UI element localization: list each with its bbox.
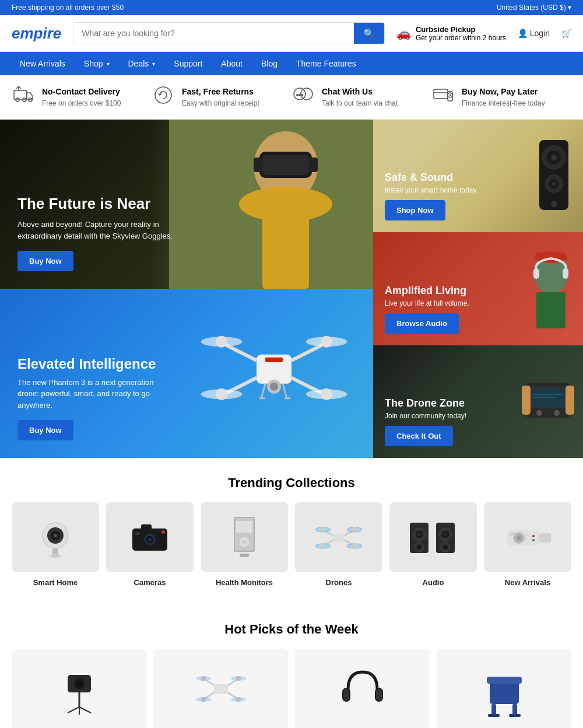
collection-drones[interactable]: Drones — [295, 502, 382, 587]
audio-image — [389, 502, 477, 572]
region-selector[interactable]: United States (USD $) ▾ — [497, 4, 571, 12]
login-button[interactable]: 👤 Login — [518, 29, 550, 38]
feature-pay: Buy Now, Pay Later Finance interest-free… — [431, 85, 571, 110]
svg-point-76 — [148, 538, 152, 541]
logo[interactable]: empire — [12, 24, 61, 43]
nav-item-deals[interactable]: Deals ▾ — [120, 52, 164, 75]
hot-pick-3[interactable] — [295, 649, 430, 728]
hot-pick-2[interactable] — [153, 649, 288, 728]
returns-subtitle: Easy with original receipt — [182, 99, 259, 107]
svg-rect-11 — [434, 89, 448, 99]
svg-point-138 — [201, 697, 206, 702]
hero-vr-title: The Future is Near — [17, 195, 181, 213]
curbside-text: Curbside Pickup Get your order within 2 … — [416, 25, 506, 42]
hot-picks-grid — [0, 649, 583, 728]
hot-pick-4[interactable] — [437, 649, 571, 728]
search-input[interactable] — [73, 23, 354, 44]
nav-item-about[interactable]: About — [213, 52, 251, 75]
collection-audio[interactable]: Audio — [389, 502, 477, 587]
cart-button[interactable]: 🛒 — [561, 29, 571, 38]
nav-label-deals: Deals — [128, 59, 149, 68]
hero-grid: The Future is Near Above and beyond! Cap… — [0, 120, 583, 458]
svg-rect-142 — [343, 689, 349, 701]
pay-icon — [431, 85, 455, 110]
promo2-cta[interactable]: Browse Audio — [385, 313, 459, 334]
nav-item-support[interactable]: Support — [166, 52, 210, 75]
svg-rect-143 — [376, 689, 382, 701]
svg-point-71 — [50, 554, 61, 558]
promo1-cta[interactable]: Shop Now — [385, 200, 445, 220]
curbside-pickup: 🚗 Curbside Pickup Get your order within … — [396, 25, 506, 42]
hero-vr: The Future is Near Above and beyond! Cap… — [0, 120, 373, 289]
new-arrivals-image — [484, 502, 571, 572]
search-bar: 🔍 — [73, 22, 385, 44]
svg-point-84 — [241, 539, 247, 545]
hero-drone-content: Elevated Intelligence The new Phantom 3 … — [17, 356, 169, 441]
drone-controller-image — [519, 365, 577, 438]
collection-health[interactable]: Health Monitors — [201, 502, 288, 587]
nav-item-blog[interactable]: Blog — [253, 52, 286, 75]
cart-icon: 🛒 — [561, 29, 571, 38]
hero-drone-cta[interactable]: Buy Now — [17, 420, 73, 440]
search-button[interactable]: 🔍 — [354, 23, 384, 44]
speaker-image — [533, 137, 574, 215]
drones-label: Drones — [295, 578, 382, 587]
svg-point-96 — [352, 527, 357, 532]
svg-point-5 — [155, 87, 171, 103]
chevron-down-icon: ▾ — [107, 61, 110, 67]
feature-chat: Chat With Us Talk to our team via chat — [292, 85, 431, 110]
nav-item-theme-features[interactable]: Theme Features — [288, 52, 364, 75]
svg-point-97 — [321, 544, 325, 548]
promo3-cta[interactable]: Check It Out — [385, 426, 453, 446]
hot-picks-section: Hot Picks of the Week — [0, 604, 583, 728]
login-label: Login — [530, 29, 550, 38]
svg-rect-77 — [141, 524, 152, 530]
delivery-icon — [12, 85, 35, 110]
svg-point-57 — [216, 388, 227, 400]
nav-item-shop[interactable]: Shop ▾ — [76, 52, 118, 75]
new-arrivals-label: New Arrivals — [484, 578, 571, 587]
promo-safe-sound: Safe & Sound Install your smart home tod… — [373, 120, 583, 232]
svg-point-29 — [552, 182, 556, 186]
curbside-subtitle: Get your order within 2 hours — [416, 34, 506, 42]
svg-point-22 — [239, 187, 332, 222]
nav-item-new-arrivals[interactable]: New Arrivals — [12, 52, 73, 75]
trending-title: Trending Collections — [0, 458, 583, 502]
collection-new-arrivals[interactable]: New Arrivals — [484, 502, 571, 587]
svg-point-43 — [554, 410, 560, 416]
svg-point-102 — [417, 533, 421, 536]
curbside-title: Curbside Pickup — [416, 25, 506, 34]
svg-line-124 — [68, 707, 79, 713]
svg-rect-19 — [309, 158, 318, 172]
svg-point-9 — [298, 94, 301, 96]
svg-rect-20 — [262, 155, 309, 175]
health-label: Health Monitors — [201, 578, 288, 587]
chat-text: Chat With Us Talk to our team via chat — [322, 87, 398, 108]
main-nav: New Arrivals Shop ▾ Deals ▾ Support Abou… — [0, 52, 583, 75]
feature-delivery: No-Contact Delivery Free on orders over … — [12, 85, 152, 110]
svg-point-10 — [301, 94, 303, 96]
collection-smart-home[interactable]: Smart Home — [12, 502, 99, 587]
promo-amplified: Amplified Living Live your life at full … — [373, 232, 583, 345]
hero-vr-subtitle: Above and beyond! Capture your reality i… — [17, 219, 181, 242]
drone-image — [192, 308, 356, 427]
svg-point-26 — [551, 155, 557, 160]
nav-label-about: About — [221, 59, 243, 68]
hero-vr-cta[interactable]: Buy Now — [17, 251, 73, 271]
hero-drone: Elevated Intelligence The new Phantom 3 … — [0, 289, 373, 458]
collections-grid: Smart Home Cameras — [0, 502, 583, 604]
promo3-content: The Drone Zone Join our community today!… — [385, 397, 466, 446]
car-icon: 🚗 — [396, 26, 411, 40]
svg-point-104 — [417, 545, 422, 550]
svg-line-62 — [261, 384, 265, 398]
svg-line-63 — [283, 384, 287, 398]
svg-point-119 — [532, 539, 535, 541]
chevron-down-icon: ▾ — [152, 61, 155, 67]
svg-rect-148 — [488, 714, 500, 717]
hot-pick-1[interactable] — [12, 649, 146, 728]
hero-vr-content: The Future is Near Above and beyond! Cap… — [17, 195, 181, 271]
collection-cameras[interactable]: Cameras — [106, 502, 194, 587]
svg-point-137 — [236, 676, 241, 681]
svg-rect-36 — [536, 292, 566, 328]
svg-point-56 — [321, 336, 332, 348]
